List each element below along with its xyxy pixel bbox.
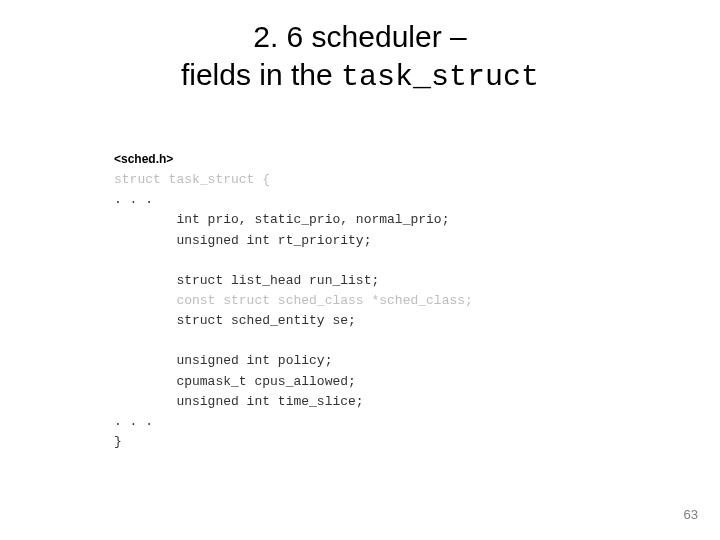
code-line-2: . . .	[114, 192, 153, 207]
title-line-1: 2. 6 scheduler –	[253, 20, 466, 53]
code-line-3: int prio, static_prio, normal_prio;	[114, 212, 449, 227]
slide-title: 2. 6 scheduler – fields in the task_stru…	[0, 18, 720, 96]
code-line-1: struct task_struct {	[114, 172, 270, 187]
code-block: <sched.h> struct task_struct { . . . int…	[114, 150, 634, 452]
code-line-7: const struct sched_class *sched_class;	[114, 293, 473, 308]
code-line-6: struct list_head run_list;	[114, 273, 379, 288]
page-number: 63	[684, 507, 698, 522]
code-line-12: unsigned int time_slice;	[114, 394, 364, 409]
code-line-13: . . .	[114, 414, 153, 429]
code-header: <sched.h>	[114, 152, 173, 166]
code-line-8: struct sched_entity se;	[114, 313, 356, 328]
code-line-4: unsigned int rt_priority;	[114, 233, 371, 248]
code-line-11: cpumask_t cpus_allowed;	[114, 374, 356, 389]
code-line-14: }	[114, 434, 122, 449]
title-line-2-prefix: fields in the	[181, 58, 341, 91]
title-code-word: task_struct	[341, 60, 539, 94]
code-line-10: unsigned int policy;	[114, 353, 332, 368]
